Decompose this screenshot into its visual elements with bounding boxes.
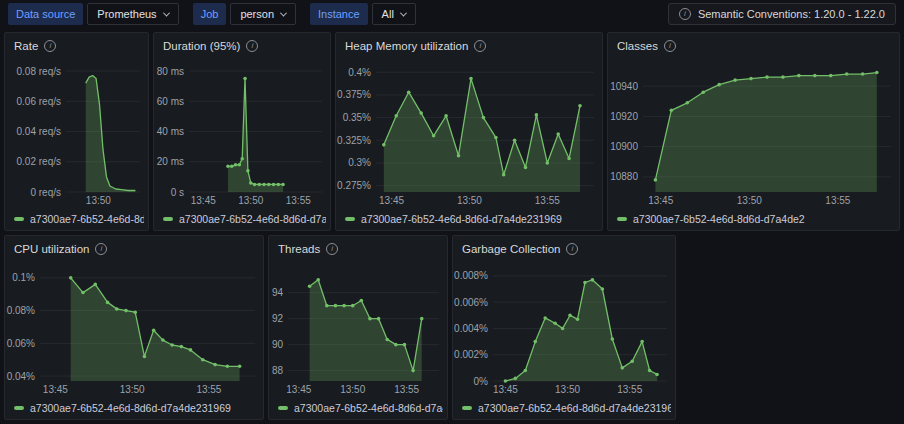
info-icon[interactable]: i: [246, 40, 258, 52]
svg-text:13:45: 13:45: [493, 384, 518, 395]
info-icon[interactable]: i: [326, 243, 338, 255]
svg-text:94: 94: [272, 287, 284, 298]
svg-text:80 ms: 80 ms: [157, 66, 184, 77]
panel-title-gc[interactable]: Garbage Collection: [462, 243, 560, 255]
legend-swatch: [14, 217, 24, 221]
chart-classes[interactable]: 1088010900109201094013:4513:5013:55: [608, 59, 899, 208]
legend-series-label: a7300ae7-6b52-4e6d-8d6d-d7a4de2: [633, 213, 805, 225]
job-value: person: [240, 8, 274, 20]
svg-text:92: 92: [272, 313, 284, 324]
legend-duration[interactable]: a7300ae7-6b52-4e6d-8d6d-d7a4de2: [163, 213, 326, 225]
svg-text:13:45: 13:45: [286, 384, 311, 395]
dashboard-controls: Data source Prometheus Job person Instan…: [0, 0, 904, 28]
legend-gc[interactable]: a7300ae7-6b52-4e6d-8d6d-d7a4de231969: [462, 402, 671, 414]
chart-cpu[interactable]: 0.04%0.06%0.08%0.1%13:4513:5013:55: [5, 262, 263, 397]
panel-header: CPU utilization i: [5, 236, 263, 262]
job-select[interactable]: person: [230, 3, 296, 25]
svg-text:13:50: 13:50: [340, 384, 365, 395]
semantic-conventions-text: Semantic Conventions: 1.20.0 - 1.22.0: [698, 8, 885, 20]
svg-text:0 s: 0 s: [171, 187, 184, 198]
panel-title-rate[interactable]: Rate: [14, 40, 38, 52]
svg-text:0.3%: 0.3%: [348, 157, 371, 168]
legend-series-label: a7300ae7-6b52-4e6d-8d6d-d7a4de231969: [30, 402, 231, 414]
svg-text:0.006%: 0.006%: [454, 297, 488, 308]
info-icon[interactable]: i: [664, 40, 676, 52]
legend-swatch: [617, 217, 627, 221]
legend-series-label: a7300ae7-6b52-4e6d-8d6d-d7a4de2: [179, 213, 326, 225]
legend-swatch: [345, 217, 355, 221]
chart-gc[interactable]: 0%0.002%0.004%0.006%0.008%13:4513:5013:5…: [453, 262, 675, 397]
svg-text:13:45: 13:45: [191, 195, 216, 206]
svg-text:0.375%: 0.375%: [337, 89, 371, 100]
chart-threads[interactable]: 8890929413:4513:5013:55: [269, 262, 447, 397]
legend-swatch: [462, 406, 472, 410]
svg-text:13:50: 13:50: [238, 195, 263, 206]
svg-text:10880: 10880: [610, 171, 638, 182]
svg-text:13:50: 13:50: [86, 195, 111, 206]
svg-text:13:50: 13:50: [120, 384, 145, 395]
panel-header: Duration (95%) i: [154, 33, 330, 59]
legend-threads[interactable]: a7300ae7-6b52-4e6d-8d6d-d7a4de2: [278, 402, 443, 414]
chart-duration[interactable]: 0 s20 ms40 ms60 ms80 ms13:4513:5013:55: [154, 59, 330, 208]
chevron-down-icon: [400, 9, 407, 16]
instance-select[interactable]: All: [372, 3, 416, 25]
panel-cpu: CPU utilization i 0.04%0.06%0.08%0.1%13:…: [4, 235, 264, 420]
svg-text:0.004%: 0.004%: [454, 323, 488, 334]
svg-text:13:55: 13:55: [825, 195, 850, 206]
svg-text:13:55: 13:55: [617, 384, 642, 395]
datasource-select[interactable]: Prometheus: [87, 3, 178, 25]
legend-series-label: a7300ae7-6b52-4e6d-8d6d-d7a4de2: [294, 402, 443, 414]
svg-text:0.04 req/s: 0.04 req/s: [17, 126, 61, 137]
var-instance: Instance All: [310, 3, 416, 25]
panel-heap-memory: Heap Memory utilization i 0.275%0.3%0.32…: [335, 32, 603, 231]
info-icon[interactable]: i: [474, 40, 486, 52]
info-icon[interactable]: i: [44, 40, 56, 52]
legend-swatch: [14, 406, 24, 410]
legend-classes[interactable]: a7300ae7-6b52-4e6d-8d6d-d7a4de2: [617, 213, 895, 225]
svg-text:13:55: 13:55: [196, 384, 221, 395]
svg-text:60 ms: 60 ms: [157, 96, 184, 107]
chevron-down-icon: [280, 9, 287, 16]
panel-title-threads[interactable]: Threads: [278, 243, 320, 255]
svg-text:0%: 0%: [474, 376, 489, 387]
legend-rate[interactable]: a7300ae7-6b52-4e6d-8d6d: [14, 213, 144, 225]
chart-rate[interactable]: 0 req/s0.02 req/s0.04 req/s0.06 req/s0.0…: [5, 59, 148, 208]
svg-text:13:45: 13:45: [43, 384, 68, 395]
svg-text:10900: 10900: [610, 141, 638, 152]
chart-heap-memory[interactable]: 0.275%0.3%0.325%0.35%0.375%0.4%13:4513:5…: [336, 59, 602, 208]
panel-title-cpu[interactable]: CPU utilization: [14, 243, 89, 255]
legend-series-label: a7300ae7-6b52-4e6d-8d6d: [30, 213, 144, 225]
svg-text:0.275%: 0.275%: [337, 180, 371, 191]
panel-header: Classes i: [608, 33, 899, 59]
svg-text:0.325%: 0.325%: [337, 135, 371, 146]
panel-title-duration[interactable]: Duration (95%): [163, 40, 240, 52]
info-icon[interactable]: i: [95, 243, 107, 255]
svg-text:90: 90: [272, 339, 284, 350]
panel-rate: Rate i 0 req/s0.02 req/s0.04 req/s0.06 r…: [4, 32, 149, 231]
svg-text:40 ms: 40 ms: [157, 126, 184, 137]
panel-duration: Duration (95%) i 0 s20 ms40 ms60 ms80 ms…: [153, 32, 331, 231]
legend-cpu[interactable]: a7300ae7-6b52-4e6d-8d6d-d7a4de231969: [14, 402, 259, 414]
svg-text:0.35%: 0.35%: [343, 112, 371, 123]
svg-text:0.002%: 0.002%: [454, 349, 488, 360]
panel-header: Threads i: [269, 236, 447, 262]
legend-heap-memory[interactable]: a7300ae7-6b52-4e6d-8d6d-d7a4de231969: [345, 213, 598, 225]
svg-text:10920: 10920: [610, 111, 638, 122]
semantic-conventions-badge: i Semantic Conventions: 1.20.0 - 1.22.0: [668, 3, 896, 25]
svg-text:20 ms: 20 ms: [157, 156, 184, 167]
var-job: Job person: [193, 3, 296, 25]
svg-text:10940: 10940: [610, 81, 638, 92]
svg-text:13:55: 13:55: [535, 195, 560, 206]
instance-label: Instance: [310, 3, 368, 25]
panel-header: Heap Memory utilization i: [336, 33, 602, 59]
instance-value: All: [382, 8, 394, 20]
svg-text:0 req/s: 0 req/s: [30, 187, 61, 198]
info-icon[interactable]: i: [566, 243, 578, 255]
panel-header: Rate i: [5, 33, 148, 59]
panel-title-heap-memory[interactable]: Heap Memory utilization: [345, 40, 468, 52]
svg-text:13:50: 13:50: [555, 384, 580, 395]
svg-text:88: 88: [272, 365, 284, 376]
svg-text:0.06%: 0.06%: [7, 338, 35, 349]
chevron-down-icon: [163, 9, 170, 16]
panel-title-classes[interactable]: Classes: [617, 40, 658, 52]
